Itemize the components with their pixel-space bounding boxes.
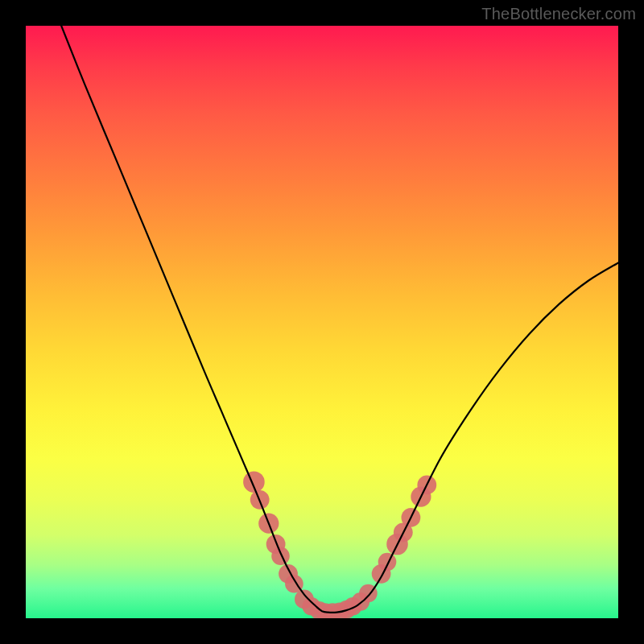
curve-marker bbox=[243, 471, 265, 493]
chart-frame: TheBottlenecker.com bbox=[0, 0, 644, 644]
bottleneck-curve bbox=[61, 26, 618, 613]
curve-marker bbox=[271, 547, 290, 565]
chart-svg bbox=[26, 26, 618, 618]
watermark-text: TheBottlenecker.com bbox=[481, 5, 636, 23]
plot-area bbox=[26, 26, 618, 618]
curve-marker bbox=[378, 553, 397, 572]
marker-layer bbox=[243, 471, 436, 618]
